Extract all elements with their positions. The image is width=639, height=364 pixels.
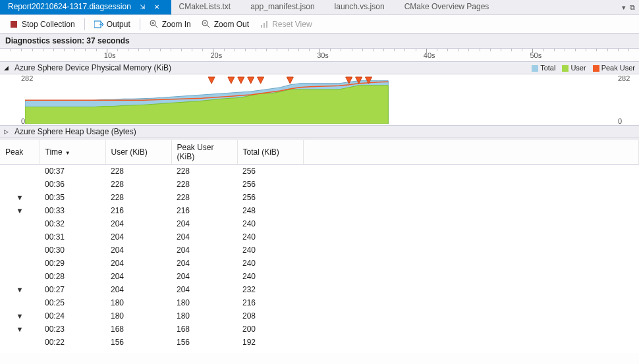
cell-peak-user: 204 <box>171 230 237 244</box>
tab-label: CMakeLists.txt <box>179 2 231 11</box>
col-header-peak-user[interactable]: Peak User (KiB) <box>171 140 237 165</box>
table-row[interactable]: 00:25180180216 <box>0 296 639 309</box>
cell-total: 240 <box>237 230 303 244</box>
cell-user: 204 <box>105 230 171 244</box>
panel-title: Azure Sphere Device Physical Memory (KiB… <box>14 63 171 72</box>
cell-time: 00:30 <box>40 244 105 257</box>
cell-peak-user: 168 <box>171 323 237 336</box>
tab-app-manifest[interactable]: app_manifest.json <box>242 0 326 14</box>
stop-collection-button[interactable]: Stop Collection <box>5 18 79 30</box>
tab-overflow-icon[interactable]: ▾ <box>622 3 626 12</box>
legend-label: Peak User <box>601 64 635 72</box>
cell-total: 248 <box>237 204 303 217</box>
table-row[interactable]: ▼00:35228228256 <box>0 191 639 204</box>
chart-legend: Total User Peak User <box>532 64 635 72</box>
cell-total: 240 <box>237 257 303 270</box>
cell-peak-user: 204 <box>171 257 237 270</box>
cell-total: 240 <box>237 270 303 283</box>
col-header-peak[interactable]: Peak <box>0 140 40 165</box>
tab-cmake-overview[interactable]: CMake Overview Pages <box>397 0 501 14</box>
y-min-label: 0 <box>618 117 622 125</box>
promote-tab-icon[interactable]: ⧉ <box>630 3 635 12</box>
table-row[interactable]: 00:31204204240 <box>0 230 639 244</box>
cell-time: 00:37 <box>40 165 105 178</box>
cell-user: 228 <box>105 165 171 178</box>
legend-swatch-total <box>532 65 538 72</box>
tab-cmakelists[interactable]: CMakeLists.txt <box>171 0 243 14</box>
button-label: Zoom In <box>162 20 191 29</box>
zoom-in-icon <box>150 20 159 29</box>
collapse-icon: ◢ <box>4 65 11 71</box>
table-row[interactable]: 00:30204204240 <box>0 244 639 257</box>
cell-total: 208 <box>237 309 303 323</box>
ruler-tick-label: 20s <box>206 51 226 59</box>
tab-label: launch.vs.json <box>335 2 385 11</box>
data-table-area[interactable]: Peak Time▼ User (KiB) Peak User (KiB) To… <box>0 138 639 353</box>
ruler-tick-label: 40s <box>420 51 439 59</box>
zoom-in-button[interactable]: Zoom In <box>146 18 195 30</box>
y-max-label: 282 <box>618 74 630 82</box>
memory-chart[interactable]: 282 0 282 0 <box>0 74 639 126</box>
cell-total: 256 <box>237 165 303 178</box>
tab-label: app_manifest.json <box>250 2 314 11</box>
cell-peak <box>0 336 40 349</box>
zoom-out-icon <box>202 20 211 29</box>
svg-rect-10 <box>264 23 265 28</box>
col-header-user[interactable]: User (KiB) <box>105 140 171 165</box>
cell-peak <box>0 296 40 309</box>
tab-report-diagsession[interactable]: Report20210624-1317.diagsession ⇲ ✕ <box>0 0 171 14</box>
time-ruler[interactable]: 10s20s30s40s50s <box>0 49 639 62</box>
tab-label: Report20210624-1317.diagsession <box>8 2 131 11</box>
button-label: Reset View <box>272 20 312 29</box>
table-row[interactable]: ▼00:33216216248 <box>0 204 639 217</box>
cell-peak-user: 156 <box>171 336 237 349</box>
button-label: Output <box>107 20 130 29</box>
heap-panel-header[interactable]: ▷ Azure Sphere Heap Usage (Bytes) <box>0 126 639 138</box>
legend-label: Total <box>540 64 555 72</box>
tab-launch-vs-json[interactable]: launch.vs.json <box>327 0 397 14</box>
cell-user: 204 <box>105 217 171 230</box>
col-header-total[interactable]: Total (KiB) <box>237 140 303 165</box>
col-header-time[interactable]: Time▼ <box>40 140 105 165</box>
output-button[interactable]: Output <box>90 18 134 30</box>
cell-peak-user: 204 <box>171 270 237 283</box>
table-row[interactable]: 00:37228228256 <box>0 165 639 178</box>
ruler-tick-label: 10s <box>100 51 120 59</box>
table-row[interactable]: 00:29204204240 <box>0 257 639 270</box>
table-row[interactable]: 00:22156156192 <box>0 336 639 349</box>
peak-flag-icon: ▼ <box>16 312 24 320</box>
cell-peak: ▼ <box>0 309 40 323</box>
cell-peak <box>0 257 40 270</box>
cell-peak <box>0 230 40 244</box>
table-row[interactable]: ▼00:27204204232 <box>0 283 639 296</box>
memory-panel-header[interactable]: ◢ Azure Sphere Device Physical Memory (K… <box>0 62 639 74</box>
svg-rect-11 <box>266 21 267 28</box>
cell-time: 00:25 <box>40 296 105 309</box>
cell-time: 00:36 <box>40 178 105 191</box>
table-row[interactable]: ▼00:24180180208 <box>0 309 639 323</box>
cell-time: 00:29 <box>40 257 105 270</box>
cell-peak-user: 204 <box>171 283 237 296</box>
expand-icon: ▷ <box>4 128 11 135</box>
table-row[interactable]: 00:32204204240 <box>0 217 639 230</box>
cell-user: 228 <box>105 178 171 191</box>
table-row[interactable]: 00:28204204240 <box>0 270 639 283</box>
zoom-out-button[interactable]: Zoom Out <box>198 18 253 30</box>
cell-peak-user: 228 <box>171 165 237 178</box>
close-icon[interactable]: ✕ <box>154 3 159 11</box>
cell-time: 00:32 <box>40 217 105 230</box>
cell-total: 232 <box>237 283 303 296</box>
table-row[interactable]: 00:36228228256 <box>0 178 639 191</box>
pin-icon[interactable]: ⇲ <box>140 3 145 11</box>
memory-chart-svg <box>25 76 614 124</box>
table-row[interactable]: ▼00:23168168200 <box>0 323 639 336</box>
reset-view-button[interactable]: Reset View <box>256 18 316 30</box>
cell-time: 00:23 <box>40 323 105 336</box>
cell-user: 180 <box>105 296 171 309</box>
cell-user: 204 <box>105 257 171 270</box>
cell-peak: ▼ <box>0 204 40 217</box>
cell-peak-user: 216 <box>171 204 237 217</box>
cell-peak-user: 180 <box>171 296 237 309</box>
cell-user: 216 <box>105 204 171 217</box>
cell-peak: ▼ <box>0 283 40 296</box>
